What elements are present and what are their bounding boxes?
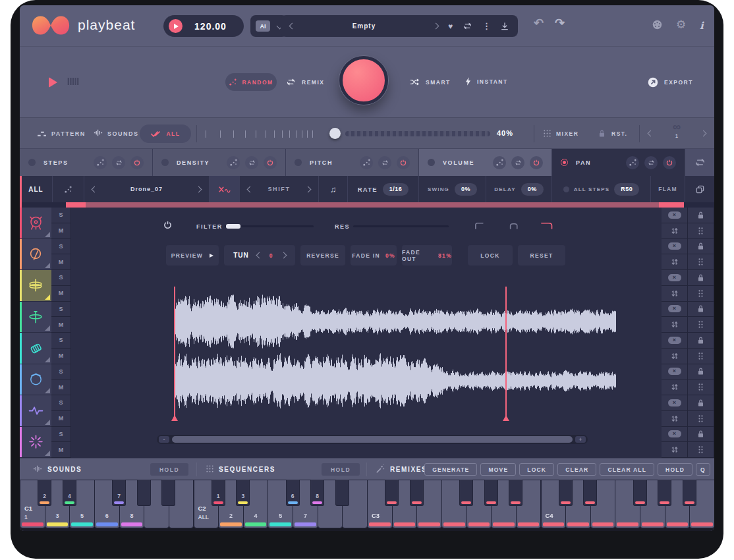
rst-button[interactable]: RST. [611,130,627,137]
black-key[interactable] [335,480,349,506]
lock-button[interactable]: LOCK [468,245,513,266]
tab-loop-icon[interactable] [511,156,524,169]
sounds-hold-button[interactable]: HOLD [150,463,188,476]
mute-button-2[interactable]: M [51,254,71,270]
sounds-tab[interactable]: SOUNDS [107,130,139,137]
mute-button-6[interactable]: M [51,379,71,395]
solo-button-6[interactable]: S [51,364,71,380]
drag-handle-7[interactable] [688,411,714,427]
clear-sample-button-8[interactable]: × [662,427,688,443]
sort-sample-button-2[interactable] [662,254,688,270]
black-key[interactable]: 1 [212,480,225,506]
tab-radio-icon[interactable] [561,159,568,166]
mute-button-8[interactable]: M [51,442,71,458]
mute-button-4[interactable]: M [51,317,71,333]
filter-slider[interactable] [225,225,314,227]
piano-roll-icon[interactable] [67,77,79,86]
flam-button[interactable]: FLAM [651,176,685,202]
solo-button-7[interactable]: S [51,395,71,411]
reload-all-button[interactable] [685,149,714,176]
waveform-canvas[interactable] [157,288,619,426]
lock-sample-button-4[interactable] [688,302,714,318]
tab-power-icon[interactable] [663,156,676,169]
tune-down-icon[interactable] [256,252,262,259]
rst-lock-icon[interactable] [598,129,606,138]
black-key[interactable]: 4 [63,480,76,506]
black-key[interactable] [633,480,647,506]
drag-handle-4[interactable] [688,317,714,333]
tab-radio-icon[interactable] [428,159,435,166]
sample-end-marker[interactable] [505,287,507,420]
smart-button[interactable]: SMART [410,78,451,86]
sort-sample-button-8[interactable] [662,442,688,458]
action-clear-all-button[interactable]: CLEAR ALL [600,463,654,476]
instant-button[interactable]: INSTANT [465,77,508,86]
tune-up-icon[interactable] [280,252,287,259]
channel-2[interactable] [20,239,51,271]
black-key[interactable]: 3 [236,480,250,506]
black-key[interactable]: 8 [310,480,324,506]
black-key[interactable] [484,480,498,506]
tab-power-icon[interactable] [264,156,277,169]
rate-value[interactable]: 1/16 [383,183,409,196]
fade-out-control[interactable]: FADE OUT 81% [402,245,452,266]
sample-all-button[interactable]: ALL [20,176,53,202]
all-steps-control[interactable]: ALL STEPS R50 [552,176,651,202]
sort-sample-button-1[interactable] [662,223,688,239]
tab-steps[interactable]: STEPS [20,149,153,176]
filter-highpass-icon[interactable] [540,221,556,231]
mute-button-7[interactable]: M [51,411,71,427]
tab-power-icon[interactable] [130,156,144,169]
tab-loop-icon[interactable] [112,156,125,169]
all-steps-dot[interactable] [563,186,569,192]
tab-radio-icon[interactable] [295,159,302,166]
solo-button-1[interactable]: S [51,208,71,223]
clear-sample-button-5[interactable]: × [662,333,688,349]
filter-slider-handle[interactable] [226,224,240,229]
black-key[interactable] [161,480,175,506]
sample-random-button[interactable] [53,176,84,202]
lock-sample-button-6[interactable] [688,364,714,380]
redo-icon[interactable]: ↷ [555,17,565,29]
pattern-loop-indicator[interactable]: ∞ 1 [665,121,688,139]
channel-1[interactable] [20,208,51,239]
tab-power-icon[interactable] [397,156,410,169]
action-generate-button[interactable]: GENERATE [424,463,477,476]
channel-7[interactable] [20,395,51,427]
black-key[interactable] [410,480,424,506]
tab-loop-icon[interactable] [378,156,391,169]
more-options-icon[interactable]: ⋮ [482,22,491,30]
channel-4[interactable] [20,302,51,333]
bpm-box[interactable]: 120.00 [163,15,244,37]
delay-control[interactable]: DELAY 0% [486,176,552,202]
sort-sample-button-6[interactable] [662,379,688,395]
zoom-in-button[interactable]: + [575,436,586,443]
clear-sample-button-7[interactable]: × [662,395,688,411]
trigger-pad-button[interactable] [339,56,388,105]
slice-mode-button[interactable] [210,176,240,202]
tab-pan[interactable]: PAN [552,149,685,176]
black-key[interactable] [459,480,473,506]
tab-radio-icon[interactable] [161,159,169,166]
undo-icon[interactable]: ↶ [534,17,544,29]
tab-loop-icon[interactable] [644,156,658,169]
scrollbar-thumb[interactable] [172,436,573,443]
swing-control[interactable]: SWING 0% [419,176,486,202]
sort-sample-button-4[interactable] [662,317,688,333]
drag-handle-6[interactable] [688,379,714,395]
tab-random-dice-icon[interactable] [626,156,639,169]
drag-handle-2[interactable] [688,254,714,270]
preset-prev-icon[interactable] [289,23,296,30]
clear-sample-button-3[interactable]: × [662,270,688,286]
drag-handle-3[interactable] [688,286,714,302]
action-clear-button[interactable]: CLEAR [557,463,596,476]
fade-in-control[interactable]: FADE IN 0% [351,245,397,266]
drag-handle-8[interactable] [688,442,714,458]
channel-6[interactable] [20,364,51,396]
bpm-value[interactable]: 120.00 [183,21,239,32]
amount-slider-knob[interactable] [329,128,341,139]
reset-button[interactable]: RESET [518,245,565,266]
action-lock-button[interactable]: LOCK [519,463,554,476]
play-icon[interactable] [49,77,57,88]
clear-sample-button-2[interactable]: × [662,239,688,255]
